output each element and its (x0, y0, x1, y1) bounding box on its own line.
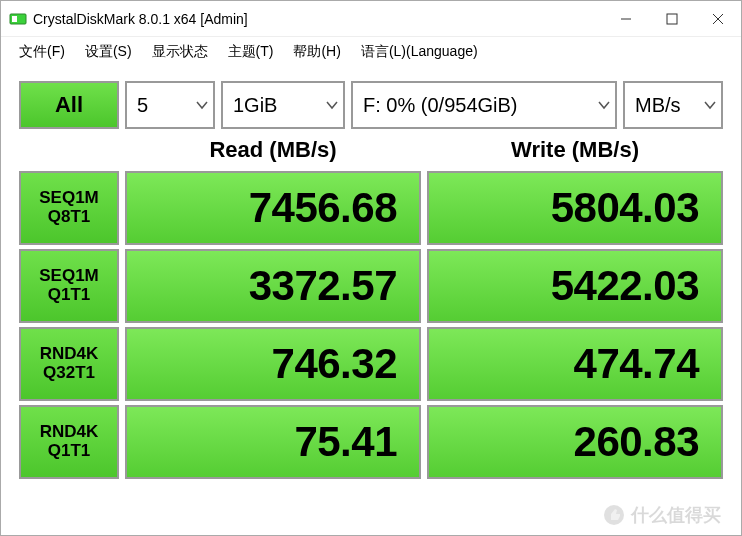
chevron-down-icon (195, 98, 209, 112)
chevron-down-icon (703, 98, 717, 112)
write-value-3: 260.83 (427, 405, 723, 479)
bench-row-1: SEQ1M Q1T1 3372.57 5422.03 (19, 249, 723, 323)
column-headers: Read (MB/s) Write (MB/s) (19, 133, 723, 167)
test-label-l2: Q32T1 (43, 364, 95, 383)
write-value-2: 474.74 (427, 327, 723, 401)
close-button[interactable] (695, 1, 741, 36)
test-label-l2: Q8T1 (48, 208, 91, 227)
read-value-2: 746.32 (125, 327, 421, 401)
minimize-button[interactable] (603, 1, 649, 36)
bench-row-0: SEQ1M Q8T1 7456.68 5804.03 (19, 171, 723, 245)
menu-language[interactable]: 语言(L)(Language) (353, 41, 486, 63)
test-label-l1: SEQ1M (39, 189, 99, 208)
controls-row: All 5 1GiB F: 0% (0/954GiB) MB/s (19, 81, 723, 129)
window-title: CrystalDiskMark 8.0.1 x64 [Admin] (33, 11, 603, 27)
menu-theme[interactable]: 主题(T) (220, 41, 282, 63)
menu-profile[interactable]: 显示状态 (144, 41, 216, 63)
runs-value: 5 (137, 94, 148, 117)
chevron-down-icon (325, 98, 339, 112)
write-value-0: 5804.03 (427, 171, 723, 245)
write-value-1: 5422.03 (427, 249, 723, 323)
menu-settings[interactable]: 设置(S) (77, 41, 140, 63)
chevron-down-icon (597, 98, 611, 112)
test-label-l1: RND4K (40, 423, 99, 442)
test-label-l1: RND4K (40, 345, 99, 364)
test-button-rnd4k-q1t1[interactable]: RND4K Q1T1 (19, 405, 119, 479)
test-button-seq1m-q8t1[interactable]: SEQ1M Q8T1 (19, 171, 119, 245)
drive-dropdown[interactable]: F: 0% (0/954GiB) (351, 81, 617, 129)
test-button-rnd4k-q32t1[interactable]: RND4K Q32T1 (19, 327, 119, 401)
menu-file[interactable]: 文件(F) (11, 41, 73, 63)
read-value-3: 75.41 (125, 405, 421, 479)
unit-dropdown[interactable]: MB/s (623, 81, 723, 129)
test-size-value: 1GiB (233, 94, 277, 117)
read-header: Read (MB/s) (125, 137, 421, 163)
write-header: Write (MB/s) (427, 137, 723, 163)
menu-help[interactable]: 帮助(H) (285, 41, 348, 63)
test-button-seq1m-q1t1[interactable]: SEQ1M Q1T1 (19, 249, 119, 323)
bench-row-2: RND4K Q32T1 746.32 474.74 (19, 327, 723, 401)
svg-rect-3 (667, 14, 677, 24)
unit-value: MB/s (635, 94, 681, 117)
bench-row-3: RND4K Q1T1 75.41 260.83 (19, 405, 723, 479)
maximize-button[interactable] (649, 1, 695, 36)
app-icon (9, 10, 27, 28)
read-value-1: 3372.57 (125, 249, 421, 323)
window-controls (603, 1, 741, 36)
content-area: All 5 1GiB F: 0% (0/954GiB) MB/s Read (M… (1, 67, 741, 535)
read-value-0: 7456.68 (125, 171, 421, 245)
titlebar: CrystalDiskMark 8.0.1 x64 [Admin] (1, 1, 741, 37)
test-label-l1: SEQ1M (39, 267, 99, 286)
svg-rect-1 (12, 16, 17, 22)
app-window: CrystalDiskMark 8.0.1 x64 [Admin] 文件(F) … (0, 0, 742, 536)
menubar: 文件(F) 设置(S) 显示状态 主题(T) 帮助(H) 语言(L)(Langu… (1, 37, 741, 67)
test-label-l2: Q1T1 (48, 286, 91, 305)
drive-value: F: 0% (0/954GiB) (363, 94, 518, 117)
runs-dropdown[interactable]: 5 (125, 81, 215, 129)
test-size-dropdown[interactable]: 1GiB (221, 81, 345, 129)
run-all-button[interactable]: All (19, 81, 119, 129)
test-label-l2: Q1T1 (48, 442, 91, 461)
